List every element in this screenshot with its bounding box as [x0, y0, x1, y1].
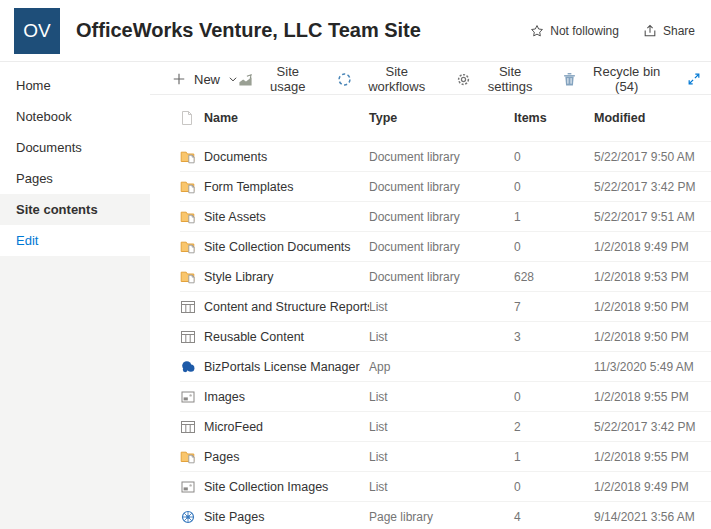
row-type: Document library	[369, 270, 514, 284]
site-title: OfficeWorks Venture, LLC Team Site	[76, 19, 421, 42]
image-library-icon	[180, 479, 204, 495]
row-modified: 11/3/2020 5:49 AM	[594, 360, 711, 374]
row-items: 3	[514, 330, 594, 344]
command-action-label: Recycle bin (54)	[582, 64, 671, 94]
sidebar-item-home[interactable]: Home	[0, 70, 150, 101]
row-modified: 1/2/2018 9:50 PM	[594, 330, 711, 344]
row-modified: 1/2/2018 9:55 PM	[594, 450, 711, 464]
share-label: Share	[663, 24, 695, 38]
not-following-button[interactable]: Not following	[530, 24, 619, 38]
row-type: Page library	[369, 510, 514, 524]
row-name[interactable]: Style Library	[204, 270, 369, 284]
table-row[interactable]: Content and Structure ReportsList71/2/20…	[180, 291, 711, 321]
row-type: List	[369, 390, 514, 404]
row-name[interactable]: Site Collection Images	[204, 480, 369, 494]
row-items: 2	[514, 420, 594, 434]
row-modified: 1/2/2018 9:50 PM	[594, 300, 711, 314]
new-button-label: New	[194, 72, 220, 87]
plus-icon	[172, 72, 186, 86]
row-name[interactable]: Images	[204, 390, 369, 404]
site-usage-button[interactable]: Site usage	[238, 64, 317, 94]
row-items: 7	[514, 300, 594, 314]
row-type: List	[369, 480, 514, 494]
expand-button[interactable]	[687, 72, 701, 86]
command-action-label: Site settings	[477, 64, 544, 94]
document-library-icon	[180, 449, 204, 465]
row-name[interactable]: BizPortals License Manager	[204, 360, 369, 374]
sidebar-fill	[0, 256, 150, 529]
row-type: Document library	[369, 210, 514, 224]
column-header-items[interactable]: Items	[514, 111, 594, 125]
row-items: 0	[514, 240, 594, 254]
row-type: List	[369, 450, 514, 464]
row-name[interactable]: Site Assets	[204, 210, 369, 224]
not-following-label: Not following	[550, 24, 619, 38]
row-type: Document library	[369, 150, 514, 164]
sidebar-list: HomeNotebookDocumentsPagesSite contentsE…	[0, 70, 150, 256]
row-name[interactable]: Site Collection Documents	[204, 240, 369, 254]
share-icon	[643, 24, 657, 38]
app-icon	[180, 359, 204, 375]
sidebar-item-notebook[interactable]: Notebook	[0, 101, 150, 132]
sidebar-item-site-contents[interactable]: Site contents	[0, 194, 150, 225]
table-row[interactable]: PagesList11/2/2018 9:55 PM	[180, 441, 711, 471]
column-header-modified[interactable]: Modified	[594, 111, 711, 125]
command-actions: Site usageSite workflowsSite settingsRec…	[238, 64, 671, 94]
row-modified: 1/2/2018 9:53 PM	[594, 270, 711, 284]
document-library-icon	[180, 179, 204, 195]
table-row[interactable]: Reusable ContentList31/2/2018 9:50 PM	[180, 321, 711, 351]
expand-icon	[687, 72, 701, 86]
row-modified: 5/22/2017 3:42 PM	[594, 180, 711, 194]
row-name[interactable]: Form Templates	[204, 180, 369, 194]
row-type: Document library	[369, 240, 514, 254]
table-row[interactable]: Site Collection ImagesList01/2/2018 9:49…	[180, 471, 711, 501]
row-name[interactable]: MicroFeed	[204, 420, 369, 434]
sidebar-nav: HomeNotebookDocumentsPagesSite contentsE…	[0, 62, 150, 529]
table-row[interactable]: Form TemplatesDocument library05/22/2017…	[180, 171, 711, 201]
main-content: New Site usageSite workflowsSite setting…	[150, 62, 711, 529]
table-row[interactable]: Site AssetsDocument library15/22/2017 9:…	[180, 201, 711, 231]
column-header-type[interactable]: Type	[369, 111, 514, 125]
command-bar: New Site usageSite workflowsSite setting…	[150, 64, 711, 95]
row-items: 628	[514, 270, 594, 284]
document-library-icon	[180, 149, 204, 165]
row-name[interactable]: Documents	[204, 150, 369, 164]
new-button[interactable]: New	[172, 72, 238, 87]
row-modified: 1/2/2018 9:49 PM	[594, 480, 711, 494]
row-items: 0	[514, 150, 594, 164]
site-contents-table: Name Type Items Modified DocumentsDocume…	[150, 95, 711, 529]
table-row[interactable]: DocumentsDocument library05/22/2017 9:50…	[180, 141, 711, 171]
table-row[interactable]: Site PagesPage library49/14/2021 3:56 AM	[180, 501, 711, 529]
share-button[interactable]: Share	[643, 24, 695, 38]
row-type: List	[369, 300, 514, 314]
row-modified: 5/22/2017 3:42 PM	[594, 420, 711, 434]
row-name[interactable]: Content and Structure Reports	[204, 300, 369, 314]
header-actions: Not following Share	[530, 24, 695, 38]
row-name[interactable]: Site Pages	[204, 510, 369, 524]
sidebar-item-edit[interactable]: Edit	[0, 225, 150, 256]
document-library-icon	[180, 209, 204, 225]
row-name[interactable]: Reusable Content	[204, 330, 369, 344]
table-row[interactable]: Style LibraryDocument library6281/2/2018…	[180, 261, 711, 291]
star-icon	[530, 24, 544, 38]
table-row[interactable]: BizPortals License ManagerApp11/3/2020 5…	[180, 351, 711, 381]
table-row[interactable]: ImagesList01/2/2018 9:55 PM	[180, 381, 711, 411]
image-library-icon	[180, 389, 204, 405]
table-row[interactable]: Site Collection DocumentsDocument librar…	[180, 231, 711, 261]
list-icon	[180, 329, 204, 345]
row-name[interactable]: Pages	[204, 450, 369, 464]
sidebar-item-pages[interactable]: Pages	[0, 163, 150, 194]
row-modified: 1/2/2018 9:49 PM	[594, 240, 711, 254]
table-row[interactable]: MicroFeedList25/22/2017 3:42 PM	[180, 411, 711, 441]
site-settings-button[interactable]: Site settings	[456, 64, 544, 94]
table-body: DocumentsDocument library05/22/2017 9:50…	[180, 141, 711, 529]
row-type: List	[369, 330, 514, 344]
site-logo[interactable]: OV	[14, 8, 60, 54]
site-logo-text: OV	[23, 20, 50, 42]
column-header-name[interactable]: Name	[204, 111, 369, 125]
site-workflows-button[interactable]: Site workflows	[337, 64, 436, 94]
recycle-bin-54-button[interactable]: Recycle bin (54)	[563, 64, 671, 94]
row-type: Document library	[369, 180, 514, 194]
sidebar-item-documents[interactable]: Documents	[0, 132, 150, 163]
row-items: 0	[514, 480, 594, 494]
